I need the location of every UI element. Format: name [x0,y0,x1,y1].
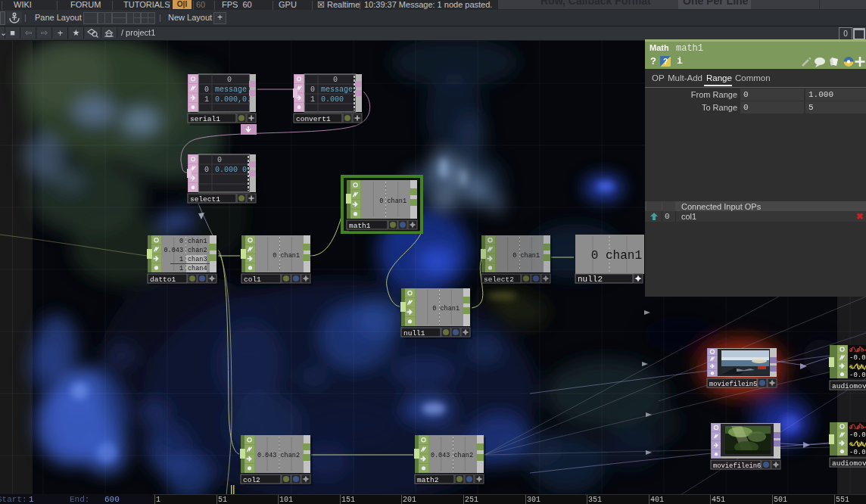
svg-text:-0.00: -0.00 [849,354,866,362]
svg-text:datto1: datto1 [150,275,176,284]
svg-text:-0.00: -0.00 [849,372,866,379]
svg-text:0 chan1: 0 chan1 [273,252,300,260]
svg-text:message: message [321,86,353,94]
svg-text:0.000,0.: 0.000,0. [215,95,251,104]
svg-text:0 chan1: 0 chan1 [591,249,642,263]
svg-text:0 chan1: 0 chan1 [432,305,459,313]
svg-text:chan4: chan4 [188,265,207,272]
svg-text:col1: col1 [244,275,261,284]
svg-text:convert1: convert1 [296,115,331,123]
svg-text:0.00: 0.00 [849,424,864,431]
svg-text:0: 0 [310,86,315,94]
svg-text:0: 0 [217,156,222,164]
svg-text:-0.00: -0.00 [849,431,866,439]
svg-text:0.00: 0.00 [849,363,864,370]
svg-text:col2: col2 [243,476,260,484]
svg-text:0: 0 [227,76,232,84]
svg-text:0 chan1: 0 chan1 [379,198,407,205]
svg-text:null1: null1 [403,329,425,338]
svg-text:1: 1 [310,95,315,104]
svg-text:chan3: chan3 [188,256,207,263]
svg-text:0 chan1: 0 chan1 [512,252,540,260]
svg-text:chan1: chan1 [188,238,207,245]
svg-text:audiomovi: audiomovi [832,382,866,390]
svg-text:null2: null2 [578,275,603,284]
svg-text:0.00: 0.00 [849,440,864,447]
svg-text:0.043 chan2: 0.043 chan2 [431,452,473,459]
svg-text:1: 1 [179,265,183,272]
svg-text:-0.00: -0.00 [849,449,866,456]
svg-text:0.00: 0.00 [849,347,864,353]
svg-text:moviefilein6: moviefilein6 [713,462,761,470]
svg-text:0.000: 0.000 [321,95,344,104]
svg-text:0: 0 [333,76,338,84]
svg-text:chan2: chan2 [188,247,207,254]
svg-text:moviefilein5: moviefilein5 [709,381,757,388]
svg-text:math1: math1 [349,222,371,230]
svg-text:?: ? [663,58,668,66]
svg-text:message: message [215,86,247,94]
svg-text:audiomovi: audiomovi [832,459,866,468]
svg-text:0: 0 [204,166,209,174]
svg-text:0.043: 0.043 [164,247,183,254]
svg-text:select2: select2 [484,275,514,284]
svg-text:select1: select1 [190,195,220,204]
svg-text:0.043 chan2: 0.043 chan2 [257,452,300,459]
svg-text:1: 1 [204,95,209,104]
svg-text:1: 1 [179,256,183,263]
svg-text:0: 0 [204,86,209,94]
svg-text:serial1: serial1 [190,115,220,123]
svg-text:0: 0 [179,238,183,245]
svg-text:math2: math2 [417,476,439,484]
